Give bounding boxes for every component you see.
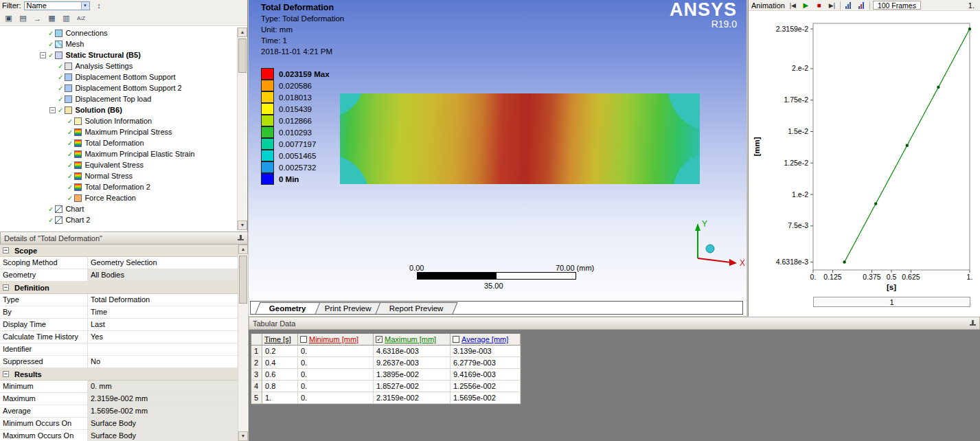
tree-item-equivalent-stress[interactable]: ✓Equivalent Stress bbox=[0, 159, 237, 170]
tree-item-chart[interactable]: ✓Chart bbox=[0, 203, 237, 214]
tab-report-preview[interactable]: Report Preview bbox=[376, 302, 457, 314]
collapse-icon[interactable]: − bbox=[3, 247, 9, 253]
tab-print-preview[interactable]: Print Preview bbox=[310, 302, 385, 314]
scroll-thumb[interactable] bbox=[238, 38, 247, 73]
cell[interactable]: 0.8 bbox=[262, 381, 298, 392]
details-scrollbar[interactable]: ▲ ▼ bbox=[238, 245, 247, 441]
tree-item-connections[interactable]: ✓Connections bbox=[0, 27, 237, 38]
box-select-icon[interactable]: ▦ bbox=[45, 12, 58, 25]
scroll-up-icon[interactable]: ▲ bbox=[238, 27, 247, 37]
tree-expander-icon[interactable]: − bbox=[40, 52, 46, 58]
contour-plot[interactable] bbox=[340, 93, 700, 184]
row-number[interactable]: 2 bbox=[251, 357, 262, 369]
cell[interactable]: 6.2779e-003 bbox=[451, 357, 521, 369]
filter-name-combobox[interactable]: Name ▼ bbox=[24, 1, 90, 10]
cell[interactable]: 9.4169e-003 bbox=[451, 369, 521, 381]
row-number[interactable]: 1 bbox=[251, 346, 262, 357]
cell[interactable]: 9.2637e-003 bbox=[374, 357, 451, 369]
details-value[interactable] bbox=[88, 343, 238, 355]
tree-item-mesh[interactable]: ✓Mesh bbox=[0, 38, 237, 49]
cell[interactable]: 0.4 bbox=[262, 357, 298, 369]
cell[interactable]: 1.3895e-002 bbox=[374, 369, 451, 381]
checkbox-maximum-mm[interactable]: ✓ bbox=[376, 336, 383, 343]
model-view-icon[interactable]: ▣ bbox=[2, 12, 15, 25]
row-number[interactable]: 5 bbox=[251, 392, 262, 404]
tree-expander-icon[interactable]: − bbox=[49, 107, 56, 113]
cell[interactable]: 1.2556e-002 bbox=[451, 381, 521, 392]
scroll-down-icon[interactable]: ▼ bbox=[238, 431, 248, 441]
column-header-maximum-mm[interactable]: ✓Maximum [mm] bbox=[374, 334, 451, 346]
details-value[interactable]: No bbox=[88, 356, 238, 368]
tree-item-chart-2[interactable]: ✓Chart 2 bbox=[0, 214, 237, 225]
details-value[interactable]: Yes bbox=[88, 331, 238, 343]
tree-item-normal-stress[interactable]: ✓Normal Stress bbox=[0, 170, 237, 181]
time-value-box[interactable]: 1 bbox=[813, 297, 970, 307]
cell[interactable]: 0. bbox=[298, 357, 374, 369]
checkbox-minimum-mm[interactable] bbox=[300, 336, 307, 343]
tree-item-force-reaction[interactable]: ✓Force Reaction bbox=[0, 192, 237, 203]
cell[interactable]: 0.6 bbox=[262, 369, 298, 381]
details-value[interactable]: Last bbox=[88, 319, 238, 330]
timeline-chart[interactable]: 2.3159e-22.e-21.75e-21.5e-21.25e-21.e-27… bbox=[749, 12, 980, 295]
go-to-icon[interactable]: → bbox=[31, 12, 44, 25]
collapse-icon[interactable]: − bbox=[3, 284, 9, 291]
stop-icon[interactable]: ■ bbox=[814, 1, 824, 10]
sort-az-icon[interactable]: A↓Z bbox=[74, 12, 87, 25]
data-point[interactable] bbox=[906, 144, 909, 147]
data-point[interactable] bbox=[874, 202, 877, 205]
filter-sort-icon[interactable]: ↕ bbox=[93, 0, 106, 12]
chevron-down-icon[interactable]: ▼ bbox=[81, 2, 89, 10]
details-value[interactable]: Geometry Selection bbox=[88, 257, 238, 269]
cell[interactable]: 0. bbox=[298, 346, 374, 357]
chart-bars-icon[interactable] bbox=[843, 1, 854, 10]
previous-frame-icon[interactable]: |◀ bbox=[788, 1, 798, 10]
tree-item-total-deformation[interactable]: ✓Total Deformation bbox=[0, 137, 237, 148]
cell[interactable]: 1. bbox=[262, 392, 298, 404]
tree-item-solution-b6[interactable]: −✓Solution (B6) bbox=[0, 104, 237, 115]
tree-item-displacement-bottom-support-2[interactable]: ✓Displacement Bottom Support 2 bbox=[0, 82, 237, 93]
worksheet-icon[interactable]: ▤ bbox=[16, 12, 30, 25]
tree-item-maximum-principal-elastic-strain[interactable]: ✓Maximum Principal Elastic Strain bbox=[0, 148, 237, 159]
chart-bars-alt-icon[interactable] bbox=[856, 1, 867, 10]
row-number[interactable]: 4 bbox=[251, 381, 262, 392]
column-header-minimum-mm[interactable]: Minimum [mm] bbox=[298, 334, 374, 346]
row-number[interactable]: 3 bbox=[251, 369, 262, 381]
collapse-icon[interactable]: − bbox=[3, 371, 9, 377]
data-point[interactable] bbox=[968, 27, 971, 30]
scroll-down-icon[interactable]: ▼ bbox=[238, 220, 247, 230]
cell[interactable]: 0. bbox=[298, 381, 374, 392]
cell[interactable]: 4.6318e-003 bbox=[374, 346, 451, 357]
column-header-average-mm[interactable]: Average [mm] bbox=[451, 334, 521, 346]
column-header-index[interactable] bbox=[251, 334, 262, 346]
cell[interactable]: 0. bbox=[298, 369, 374, 381]
cell[interactable]: 3.139e-003 bbox=[451, 346, 521, 357]
tree-item-displacement-top-load[interactable]: ✓Displacement Top load bbox=[0, 93, 237, 104]
cell[interactable]: 0. bbox=[298, 392, 374, 404]
tree-item-total-deformation-2[interactable]: ✓Total Deformation 2 bbox=[0, 181, 237, 192]
details-value[interactable]: Time bbox=[88, 306, 238, 318]
scroll-up-icon[interactable]: ▲ bbox=[238, 245, 248, 254]
triad[interactable]: Y X bbox=[681, 214, 750, 275]
pin-icon[interactable] bbox=[237, 235, 244, 242]
graphics-viewport[interactable]: Total Deformation Type: Total Deformatio… bbox=[249, 0, 747, 316]
pin-icon[interactable] bbox=[969, 320, 976, 327]
cell[interactable]: 1.8527e-002 bbox=[374, 381, 451, 392]
tree-item-displacement-bottom-support[interactable]: ✓Displacement Bottom Support bbox=[0, 71, 237, 82]
data-point[interactable] bbox=[843, 260, 845, 263]
frames-count-field[interactable]: 100 Frames bbox=[873, 1, 921, 10]
tab-geometry[interactable]: Geometry bbox=[255, 302, 321, 314]
tree-item-analysis-settings[interactable]: ✓Analysis Settings bbox=[0, 60, 237, 71]
cell[interactable]: 0.2 bbox=[262, 346, 298, 357]
next-frame-icon[interactable]: ▶| bbox=[827, 1, 837, 10]
z-axis-ball[interactable] bbox=[706, 245, 714, 253]
checkbox-average-mm[interactable] bbox=[453, 336, 459, 343]
tree-scrollbar[interactable]: ▲ ▼ bbox=[237, 27, 247, 230]
tree-item-static-structural-b5[interactable]: −✓Static Structural (B5) bbox=[0, 49, 237, 60]
tags-icon[interactable]: ▥ bbox=[60, 12, 73, 25]
cell[interactable]: 2.3159e-002 bbox=[374, 392, 451, 404]
cell[interactable]: 1.5695e-002 bbox=[451, 392, 521, 404]
tree-item-maximum-principal-stress[interactable]: ✓Maximum Principal Stress bbox=[0, 126, 237, 137]
details-value[interactable]: Total Deformation bbox=[88, 294, 238, 306]
data-point[interactable] bbox=[937, 86, 939, 89]
play-icon[interactable]: ▶ bbox=[801, 1, 811, 10]
